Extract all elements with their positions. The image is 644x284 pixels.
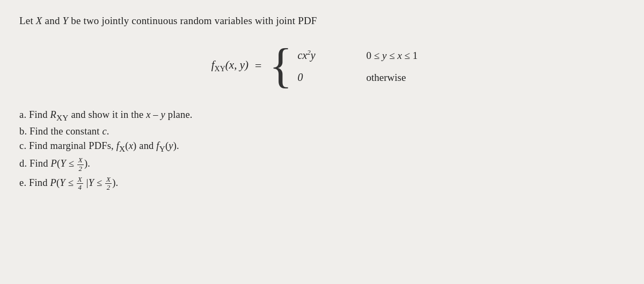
- question-b: b. Find the constant c.: [19, 126, 625, 137]
- cases-list: cx2y 0 ≤ y ≤ x ≤ 1 0 otherwise: [298, 42, 418, 90]
- left-brace: {: [269, 42, 292, 90]
- case-row-1: cx2y 0 ≤ y ≤ x ≤ 1: [298, 48, 418, 62]
- case-row-2: 0 otherwise: [298, 71, 418, 84]
- question-d: d. Find P(Y ≤ X 2 ).: [19, 156, 625, 173]
- case-expr-2: 0: [298, 71, 341, 84]
- var-y: Y: [63, 15, 69, 26]
- var-x: X: [36, 15, 42, 26]
- equals-sign: =: [255, 59, 261, 73]
- case-expr-1: cx2y: [298, 48, 341, 62]
- question-a: a. Find RXY and show it in the x – y pla…: [19, 109, 625, 123]
- piecewise-brace: { cx2y 0 ≤ y ≤ x ≤ 1 0: [269, 42, 418, 90]
- function-label: fXY(x, y): [211, 58, 248, 73]
- question-c: c. Find marginal PDFs, fX(x) and fY(y).: [19, 140, 625, 154]
- questions-list: a. Find RXY and show it in the x – y pla…: [19, 109, 625, 192]
- case-cond-1: 0 ≤ y ≤ x ≤ 1: [367, 50, 418, 62]
- question-e: e. Find P(Y ≤ X 4 |Y ≤ X 2 ).: [19, 176, 625, 192]
- intro-text: Let X and Y be two jointly continuous ra…: [19, 15, 625, 27]
- page-content: Let X and Y be two jointly continuous ra…: [19, 15, 625, 192]
- formula-block: fXY(x, y) = { cx2y 0 ≤ y ≤ x ≤ 1: [19, 42, 625, 90]
- case-cond-2: otherwise: [367, 72, 406, 84]
